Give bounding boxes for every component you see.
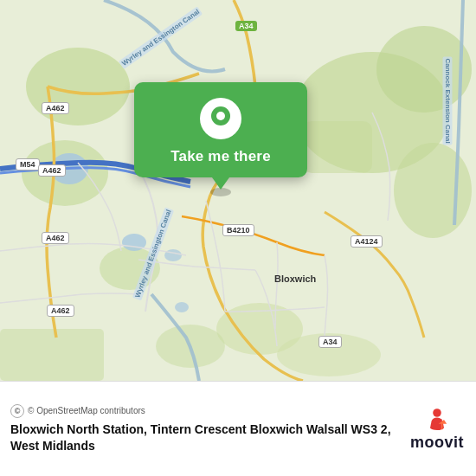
take-me-there-button[interactable]: Take me there (170, 148, 271, 165)
svg-point-6 (394, 143, 472, 238)
moovit-icon (423, 406, 451, 434)
svg-point-18 (216, 112, 225, 120)
a4124-badge: A4124 (351, 235, 383, 248)
map-svg (0, 0, 476, 381)
svg-point-1 (26, 48, 130, 125)
svg-rect-10 (0, 329, 104, 381)
osm-attribution: © © OpenStreetMap contributors (10, 404, 400, 418)
location-icon-circle (200, 98, 241, 139)
a462-badge-1: A462 (42, 102, 69, 114)
canal-label-3: Cannock Extension Canal (443, 57, 453, 145)
a34-badge-bottom: A34 (318, 336, 342, 348)
svg-point-14 (164, 249, 182, 261)
location-pin-icon (209, 105, 233, 132)
m54-badge: M54 (16, 158, 40, 170)
osm-logo-circle: © (10, 404, 24, 418)
svg-point-15 (175, 302, 189, 312)
info-bar: © © OpenStreetMap contributors Bloxwich … (0, 381, 476, 476)
popup-card[interactable]: Take me there (134, 82, 307, 177)
svg-point-5 (376, 26, 472, 113)
map-container: M54 A462 A462 A462 A462 A34 A34 A4124 B4… (0, 0, 476, 381)
osm-attribution-text: © OpenStreetMap contributors (28, 406, 145, 415)
a462-badge-3: A462 (42, 232, 69, 244)
svg-rect-7 (303, 121, 372, 173)
a462-badge-4: A462 (47, 305, 74, 317)
a462-badge-2: A462 (38, 164, 66, 177)
moovit-logo-block: moovit (410, 406, 464, 452)
b4210-badge: B4210 (222, 224, 254, 236)
a34-badge-top: A34 (235, 21, 257, 31)
info-text-block: © © OpenStreetMap contributors Bloxwich … (10, 404, 400, 454)
bloxwich-label: Bloxwich (273, 273, 318, 285)
station-name: Bloxwich North Station, Tintern Crescent… (10, 421, 400, 454)
svg-point-19 (433, 408, 441, 417)
moovit-text: moovit (410, 434, 464, 452)
